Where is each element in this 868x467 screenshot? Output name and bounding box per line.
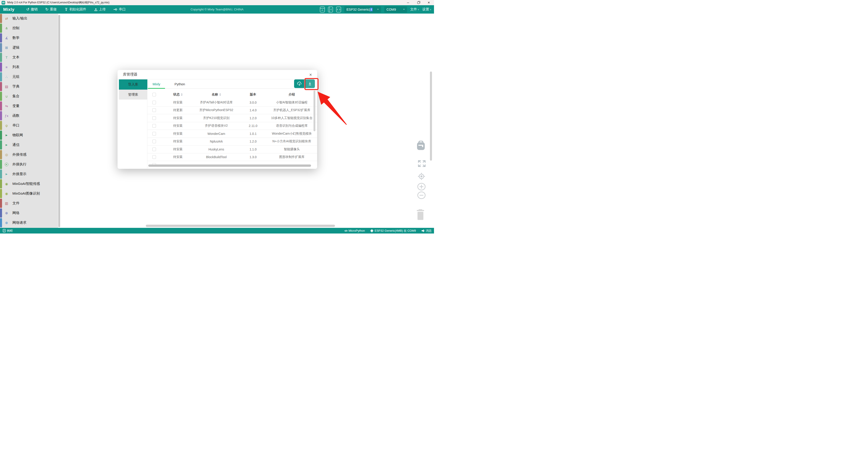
sidebar-category-item[interactable]: ƒx 函数 [0, 111, 58, 121]
dialog-header: 库管理器 × [118, 70, 317, 80]
sidebar-scrollbar[interactable] [58, 15, 60, 227]
sidebar-category-item[interactable]: ▶ 物联网 [0, 130, 58, 140]
sidebar-category-item[interactable]: ∡ 数学 [0, 33, 58, 43]
cell-name: 齐护K210视觉识别 [195, 116, 238, 120]
examples-button[interactable]: 例程 [3, 229, 13, 233]
messages-button[interactable]: 消息 [421, 229, 432, 233]
serial-button[interactable]: 串口 [114, 7, 126, 11]
row-checkbox[interactable] [152, 155, 156, 159]
category-icon: ◉ [4, 182, 9, 185]
library-source-tabs: Mixly Python [147, 80, 317, 89]
cell-intro: N+小方舟AI视觉识别模块库 [268, 139, 317, 143]
library-manager-dialog: 库管理器 × 导入库 管理库 Mixly Python 状态 名称 版本 [118, 70, 317, 169]
sidebar-category-item[interactable]: ∴ 元组 [0, 72, 58, 82]
tab-mixly[interactable]: Mixly [148, 80, 165, 88]
sidebar-category-item[interactable]: ⊕ 网络 [0, 208, 58, 218]
mixly-logo-icon: m [2, 1, 5, 4]
side-tab-import-library[interactable]: 导入库 [119, 80, 147, 90]
close-window-button[interactable]: ✕ [424, 0, 434, 5]
category-color-strip [0, 140, 2, 150]
sidebar-category-item[interactable]: ▶ 外接显示 [0, 169, 58, 179]
redo-icon: ↻ [45, 7, 49, 11]
trash-icon[interactable] [416, 208, 425, 222]
row-checkbox[interactable] [152, 132, 156, 136]
sidebar-category-item[interactable]: ⊠ 逻辑 [0, 43, 58, 53]
category-color-strip [0, 62, 2, 72]
file-menu[interactable]: 文件 ∨ [410, 7, 419, 11]
restore-button[interactable] [413, 0, 424, 5]
settings-menu[interactable]: 设置 ∨ [422, 7, 431, 11]
board-select[interactable]: ESP32 Generic(4 ▼ [344, 6, 381, 13]
sort-status-icon[interactable] [181, 93, 183, 96]
category-color-strip [0, 101, 2, 111]
init-firmware-label: 初始化固件 [69, 7, 86, 11]
file-menu-label: 文件 [410, 7, 417, 11]
row-checkbox[interactable] [152, 116, 156, 120]
row-checkbox[interactable] [152, 108, 156, 112]
sidebar-category-item[interactable]: ◉ MixGoAI图像识别 [0, 189, 58, 198]
side-tab-manage-library[interactable]: 管理库 [119, 90, 147, 99]
import-custom-library-button[interactable] [294, 80, 304, 88]
toggle-bottom-panel-button[interactable] [320, 6, 325, 12]
table-header-row: 状态 名称 版本 介绍 [147, 90, 317, 99]
tab-python[interactable]: Python [172, 80, 188, 88]
sidebar-category-item[interactable]: ◎ 外接传感 [0, 150, 58, 159]
code-view-button[interactable] [336, 6, 341, 12]
zoom-to-fit-icon[interactable] [418, 160, 426, 168]
cell-intro: 10多种人工智能视觉识别集合 [268, 116, 317, 120]
row-checkbox[interactable] [152, 124, 156, 127]
category-icon: ∡ [4, 36, 9, 39]
sidebar-category-item[interactable]: ψ 串口 [0, 121, 58, 130]
sidebar-category-item[interactable]: ⇋ 变量 [0, 101, 58, 111]
sort-name-icon[interactable] [219, 93, 221, 96]
backpack-icon[interactable] [416, 141, 425, 152]
center-view-icon[interactable] [418, 173, 425, 181]
toggle-side-panel-button[interactable] [328, 6, 333, 12]
workspace-horizontal-scrollbar[interactable] [146, 225, 335, 227]
category-color-strip [0, 179, 2, 188]
sidebar-category-item[interactable]: ⊕ 网络请求 [0, 218, 58, 228]
upload-label: 上传 [99, 7, 106, 11]
sidebar-category-item[interactable]: T 文本 [0, 53, 58, 62]
undo-button[interactable]: ↺ 撤销 [26, 7, 37, 11]
init-firmware-button[interactable]: 初始化固件 [64, 7, 86, 11]
library-table: 状态 名称 版本 介绍 待安装 齐护AiTall小智AI对话库 3.0.0 小智… [147, 90, 317, 165]
zoom-out-icon[interactable] [417, 192, 426, 200]
dialog-close-button[interactable]: × [308, 72, 313, 78]
workspace-vertical-scrollbar[interactable] [430, 71, 432, 160]
category-color-strip [0, 208, 2, 218]
port-select[interactable]: COM9 ▼ [384, 6, 407, 13]
table-horizontal-scrollbar[interactable] [148, 165, 311, 167]
category-label: 集合 [12, 94, 20, 99]
cell-status: 待安装 [161, 139, 195, 143]
category-label: MixGoAI图像识别 [12, 191, 40, 196]
code-icon: </> [344, 229, 347, 232]
minimize-button[interactable]: ─ [403, 0, 413, 5]
sidebar-category-item[interactable]: ∪ 集合 [0, 91, 58, 101]
row-checkbox[interactable] [152, 140, 156, 143]
category-icon: ⊕ [4, 221, 9, 225]
sidebar-category-item[interactable]: ▶ 通信 [0, 140, 58, 150]
cell-status: 待更新 [161, 108, 195, 112]
category-icon: ▶ [4, 144, 9, 146]
zoom-in-icon[interactable] [417, 183, 426, 192]
redo-button[interactable]: ↻ 重做 [45, 7, 57, 11]
sidebar-category-item[interactable]: ⋔ 控制 [0, 23, 58, 33]
sidebar-category-item[interactable]: ⇄ 输入/输出 [0, 13, 58, 23]
board-status-indicator[interactable]: ESP32 Generic(4MB) 在 COM9 [370, 229, 416, 233]
row-checkbox[interactable] [152, 101, 156, 104]
upload-button[interactable]: 上传 [94, 7, 106, 11]
sidebar-category-item[interactable]: ▤ 字典 [0, 82, 58, 91]
brand-logo[interactable]: Mixly [3, 7, 14, 12]
sidebar-category-item[interactable]: ▶ 外接执行 [0, 159, 58, 169]
sidebar-category-item[interactable]: ▥ 文件 [0, 198, 58, 208]
sidebar-category-item[interactable]: ◉ MixGoAI智能传感 [0, 179, 58, 189]
row-checkbox[interactable] [152, 148, 156, 151]
language-mode-indicator[interactable]: </> MicroPython [344, 229, 365, 232]
table-vertical-scrollbar[interactable] [313, 90, 315, 131]
undo-icon: ↺ [26, 7, 29, 11]
download-library-button[interactable] [305, 80, 315, 88]
select-all-checkbox[interactable] [152, 93, 156, 96]
sidebar-category-item[interactable]: ≡ 列表 [0, 62, 58, 72]
cell-intro: 语音识别与合成编程库 [268, 124, 317, 128]
